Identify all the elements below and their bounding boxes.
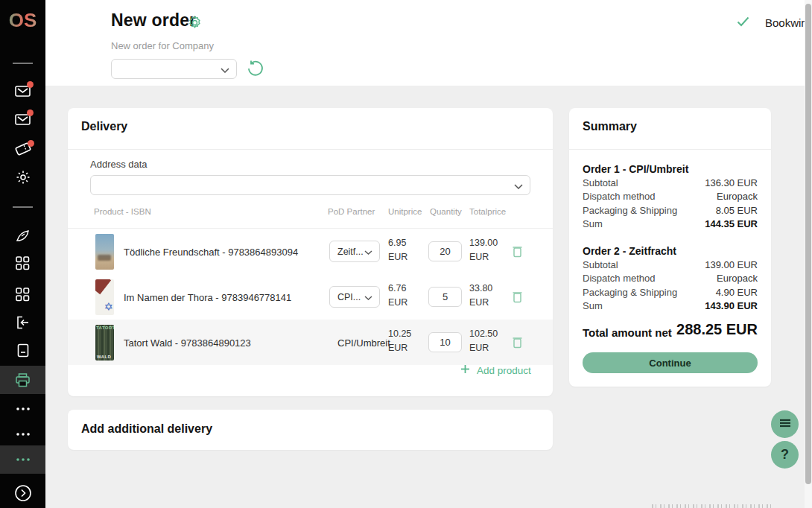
unitprice-value: 6.76EUR	[388, 282, 407, 310]
header: New order Bookwire New order for Company	[45, 0, 812, 86]
sidebar-item-documents[interactable]	[0, 336, 45, 364]
chevron-down-icon	[364, 292, 372, 302]
summary-row: Packaging & Shipping8.05 EUR	[583, 205, 758, 218]
sidebar-item-tickets[interactable]	[0, 135, 45, 163]
quantity-input[interactable]	[428, 287, 462, 307]
summary-row: Dispatch methodEuropack	[583, 273, 758, 286]
delete-row-button[interactable]	[512, 245, 523, 260]
total-amount-label: Total amount net	[583, 326, 672, 339]
ellipsis-icon	[16, 407, 30, 410]
sidebar-divider	[13, 63, 33, 64]
document-icon	[17, 343, 29, 358]
scrollbar-thumb[interactable]	[805, 4, 811, 484]
pod-partner-select[interactable]: CPI...	[329, 286, 380, 308]
summary-row: Sum144.35 EUR	[583, 218, 758, 232]
address-data-select[interactable]	[90, 175, 530, 195]
col-quantity: Quantity	[430, 207, 462, 216]
chevron-right-circle-icon	[14, 484, 32, 502]
sidebar-item-more-1[interactable]	[0, 395, 45, 423]
trash-icon	[512, 340, 523, 351]
delete-row-button[interactable]	[512, 290, 523, 305]
unitprice-value: 10.25EUR	[388, 327, 411, 355]
add-product-button[interactable]: Add product	[460, 364, 531, 376]
scrollbar-track	[805, 0, 812, 508]
sidebar-item-apps-1[interactable]	[0, 249, 45, 277]
summary-card: Summary Order 1 - CPI/Umbreit Subtotal13…	[569, 108, 771, 387]
notification-dot	[28, 140, 34, 147]
chevron-down-icon	[514, 179, 523, 192]
add-additional-delivery-title: Add additional delivery	[81, 422, 212, 436]
totalprice-value: 33.80EUR	[469, 282, 492, 310]
summary-row: Packaging & Shipping4.90 EUR	[583, 287, 758, 300]
book-cover-thumbnail	[95, 234, 114, 270]
divider	[68, 149, 553, 150]
sidebar-item-inbox-secondary[interactable]	[0, 105, 45, 133]
reset-icon[interactable]	[246, 60, 264, 80]
page-title: New order	[111, 10, 196, 31]
notification-dot	[27, 81, 34, 88]
grid-icon	[16, 256, 30, 270]
delivery-card: Delivery Address data Product - ISBN PoD…	[68, 108, 553, 396]
sidebar-item-inbox-primary[interactable]	[0, 77, 45, 105]
workspace: Delivery Address data Product - ISBN PoD…	[45, 86, 812, 508]
import-icon	[16, 316, 31, 329]
add-product-label: Add product	[477, 365, 531, 376]
order-settings-gear-icon[interactable]	[187, 15, 203, 34]
pod-partner-select[interactable]: Zeitf...	[329, 241, 380, 262]
order-2-title: Order 2 - Zeitfracht	[583, 245, 676, 257]
table-row: ✡ Im Namen der Thora - 9783946778141 CPI…	[68, 274, 553, 320]
sidebar-item-apps-2[interactable]	[0, 280, 45, 308]
order-1-title: Order 1 - CPI/Umbreit	[583, 163, 688, 175]
summary-title: Summary	[583, 120, 637, 133]
unitprice-value: 6.95EUR	[388, 236, 407, 264]
summary-row: Sum143.90 EUR	[583, 300, 758, 314]
sidebar-item-settings[interactable]	[0, 163, 45, 191]
table-row: Tödliche Freundschaft - 9783864893094 Ze…	[68, 229, 553, 274]
sidebar-item-more-2[interactable]	[0, 420, 45, 448]
question-mark-icon: ?	[781, 447, 789, 463]
totalprice-value: 102.50EUR	[469, 327, 498, 355]
company-select[interactable]	[111, 59, 237, 79]
col-pod-partner: PoD Partner	[328, 207, 375, 216]
product-title: Im Namen der Thora - 9783946778141	[124, 291, 291, 302]
pod-partner-value: Zeitf...	[337, 247, 364, 257]
summary-row: Subtotal136.30 EUR	[583, 177, 758, 191]
trash-icon	[512, 249, 523, 260]
ellipsis-icon	[16, 433, 30, 436]
divider	[569, 149, 771, 150]
floating-menu-button[interactable]	[771, 410, 799, 438]
col-product-isbn: Product - ISBN	[94, 207, 151, 216]
plus-icon	[460, 364, 470, 376]
help-button[interactable]: ?	[771, 441, 799, 469]
delete-row-button[interactable]	[512, 336, 523, 351]
sidebar-divider	[13, 206, 33, 208]
add-additional-delivery-card[interactable]: Add additional delivery	[68, 410, 553, 450]
address-data-label: Address data	[90, 159, 148, 170]
sidebar-item-expand[interactable]	[0, 479, 45, 507]
sidebar-item-import[interactable]	[0, 308, 45, 337]
printer-icon	[15, 373, 31, 387]
app-logo[interactable]: OS	[0, 9, 45, 32]
summary-row: Subtotal139.00 EUR	[583, 259, 758, 273]
continue-button[interactable]: Continue	[583, 352, 758, 373]
trash-icon	[512, 294, 523, 305]
quantity-input[interactable]	[428, 241, 462, 261]
chevron-down-icon	[364, 247, 372, 257]
col-totalprice: Totalprice	[469, 207, 506, 216]
sidebar: OS	[0, 0, 45, 508]
table-row: TATORT WALD Tatort Wald - 9783864890123 …	[68, 320, 553, 365]
chevron-down-icon	[221, 63, 229, 76]
book-cover-thumbnail: ✡	[95, 279, 114, 315]
sidebar-item-more-3[interactable]	[0, 445, 45, 474]
pod-partner-value: CPI/Umbreit	[337, 337, 390, 348]
sidebar-item-launch[interactable]	[0, 222, 45, 250]
delivery-title: Delivery	[81, 120, 127, 133]
grid-icon	[16, 288, 30, 302]
cut-off-watermark	[652, 504, 771, 508]
book-cover-thumbnail: TATORT WALD	[95, 325, 114, 361]
hamburger-icon	[779, 419, 791, 430]
saved-check-icon[interactable]	[737, 16, 749, 30]
sidebar-item-print[interactable]	[0, 366, 45, 394]
totalprice-value: 139.00EUR	[469, 236, 498, 264]
quantity-input[interactable]	[428, 332, 462, 352]
